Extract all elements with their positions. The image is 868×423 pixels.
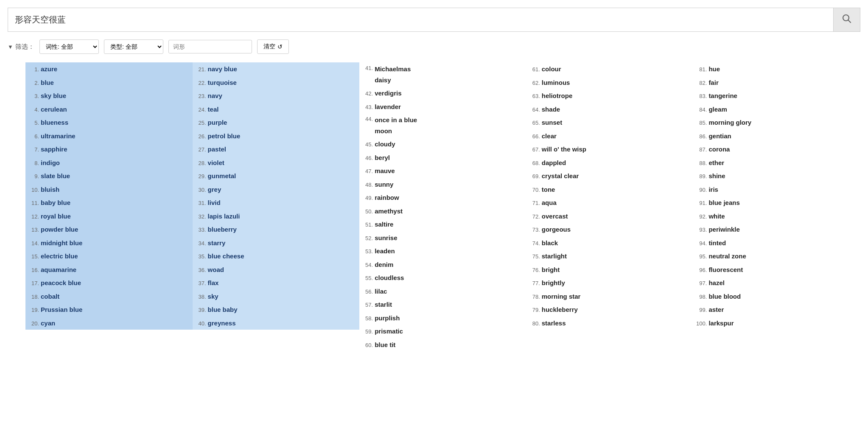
list-item[interactable]: 83.tangerine [693,89,860,103]
list-item[interactable]: 14.midnight blue [25,236,193,250]
list-item[interactable]: 55.cloudless [359,271,526,285]
list-item[interactable]: 12.royal blue [25,210,193,223]
list-item[interactable]: 48.sunny [359,178,526,191]
list-item[interactable]: 61.colour [526,62,694,76]
list-item[interactable]: 91.blue jeans [693,196,860,210]
list-item[interactable]: 35.blue cheese [193,249,360,263]
list-item[interactable]: 77.brightly [526,276,694,290]
list-item[interactable]: 86.gentian [693,129,860,143]
list-item[interactable]: 49.rainbow [359,191,526,204]
list-item[interactable]: 64.shade [526,103,694,116]
form-filter-input[interactable] [168,40,252,53]
list-item[interactable]: 2.blue [25,76,193,90]
list-item[interactable]: 58.purplish [359,311,526,325]
list-item[interactable]: 38.sky [193,290,360,303]
list-item[interactable]: 97.hazel [693,276,860,290]
list-item[interactable]: 88.ether [693,156,860,170]
list-item[interactable]: 52.sunrise [359,231,526,245]
list-item[interactable]: 70.tone [526,183,694,196]
list-item[interactable]: 59.prismatic [359,325,526,338]
list-item[interactable]: 79.huckleberry [526,303,694,317]
list-item[interactable]: 34.starry [193,236,360,250]
list-item[interactable]: 26.petrol blue [193,129,360,143]
list-item[interactable]: 76.bright [526,263,694,277]
pos-filter-select[interactable]: 词性: 全部 [39,39,99,54]
list-item[interactable]: 15.electric blue [25,249,193,263]
clear-button[interactable]: 清空 ↺ [257,39,289,54]
search-input[interactable] [8,9,833,31]
list-item[interactable]: 24.teal [193,103,360,116]
list-item[interactable]: 51.saltire [359,218,526,231]
list-item[interactable]: 6.ultramarine [25,129,193,143]
list-item[interactable]: 80.starless [526,317,694,330]
list-item[interactable]: 18.cobalt [25,290,193,303]
list-item[interactable]: 40.greyness [193,317,360,330]
list-item[interactable]: 23.navy [193,89,360,103]
list-item[interactable]: 17.peacock blue [25,276,193,290]
list-item[interactable]: 85.morning glory [693,116,860,129]
list-item[interactable]: 44.once in a bluemoon [359,113,526,137]
list-item[interactable]: 20.cyan [25,317,193,330]
list-item[interactable]: 57.starlit [359,298,526,311]
list-item[interactable]: 10.bluish [25,183,193,196]
list-item[interactable]: 65.sunset [526,116,694,129]
list-item[interactable]: 82.fair [693,76,860,90]
list-item[interactable]: 89.shine [693,169,860,183]
list-item[interactable]: 7.sapphire [25,143,193,156]
list-item[interactable]: 19.Prussian blue [25,303,193,317]
list-item[interactable]: 98.blue blood [693,290,860,303]
list-item[interactable]: 29.gunmetal [193,169,360,183]
list-item[interactable]: 16.aquamarine [25,263,193,277]
list-item[interactable]: 68.dappled [526,156,694,170]
list-item[interactable]: 93.periwinkle [693,223,860,236]
list-item[interactable]: 1.azure [25,62,193,76]
type-filter-select[interactable]: 类型: 全部 [104,39,163,54]
list-item[interactable]: 92.white [693,210,860,223]
list-item[interactable]: 11.baby blue [25,196,193,210]
list-item[interactable]: 31.livid [193,196,360,210]
list-item[interactable]: 84.gleam [693,103,860,116]
list-item[interactable]: 71.aqua [526,196,694,210]
list-item[interactable]: 67.will o' the wisp [526,143,694,156]
list-item[interactable]: 46.beryl [359,151,526,165]
list-item[interactable]: 28.violet [193,156,360,170]
list-item[interactable]: 87.corona [693,143,860,156]
list-item[interactable]: 25.purple [193,116,360,129]
list-item[interactable]: 94.tinted [693,236,860,250]
list-item[interactable]: 41.Michaelmasdaisy [359,62,526,87]
list-item[interactable]: 42.verdigris [359,87,526,100]
list-item[interactable]: 73.gorgeous [526,223,694,236]
list-item[interactable]: 43.lavender [359,100,526,114]
list-item[interactable]: 60.blue tit [359,338,526,352]
list-item[interactable]: 78.morning star [526,290,694,303]
list-item[interactable]: 100.larkspur [693,317,860,330]
list-item[interactable]: 54.denim [359,258,526,272]
list-item[interactable]: 63.heliotrope [526,89,694,103]
list-item[interactable]: 9.slate blue [25,169,193,183]
list-item[interactable]: 37.flax [193,276,360,290]
list-item[interactable]: 32.lapis lazuli [193,210,360,223]
list-item[interactable]: 33.blueberry [193,223,360,236]
list-item[interactable]: 4.cerulean [25,103,193,116]
list-item[interactable]: 95.neutral zone [693,249,860,263]
list-item[interactable]: 5.blueness [25,116,193,129]
search-button[interactable] [833,8,860,31]
list-item[interactable]: 21.navy blue [193,62,360,76]
list-item[interactable]: 75.starlight [526,249,694,263]
list-item[interactable]: 47.mauve [359,164,526,178]
list-item[interactable]: 39.blue baby [193,303,360,317]
list-item[interactable]: 13.powder blue [25,223,193,236]
list-item[interactable]: 22.turquoise [193,76,360,90]
list-item[interactable]: 99.aster [693,303,860,317]
list-item[interactable]: 30.grey [193,183,360,196]
list-item[interactable]: 50.amethyst [359,204,526,218]
list-item[interactable]: 81.hue [693,62,860,76]
list-item[interactable]: 3.sky blue [25,89,193,103]
list-item[interactable]: 74.black [526,236,694,250]
list-item[interactable]: 56.lilac [359,285,526,298]
list-item[interactable]: 8.indigo [25,156,193,170]
list-item[interactable]: 72.overcast [526,210,694,223]
list-item[interactable]: 62.luminous [526,76,694,90]
list-item[interactable]: 27.pastel [193,143,360,156]
list-item[interactable]: 66.clear [526,129,694,143]
